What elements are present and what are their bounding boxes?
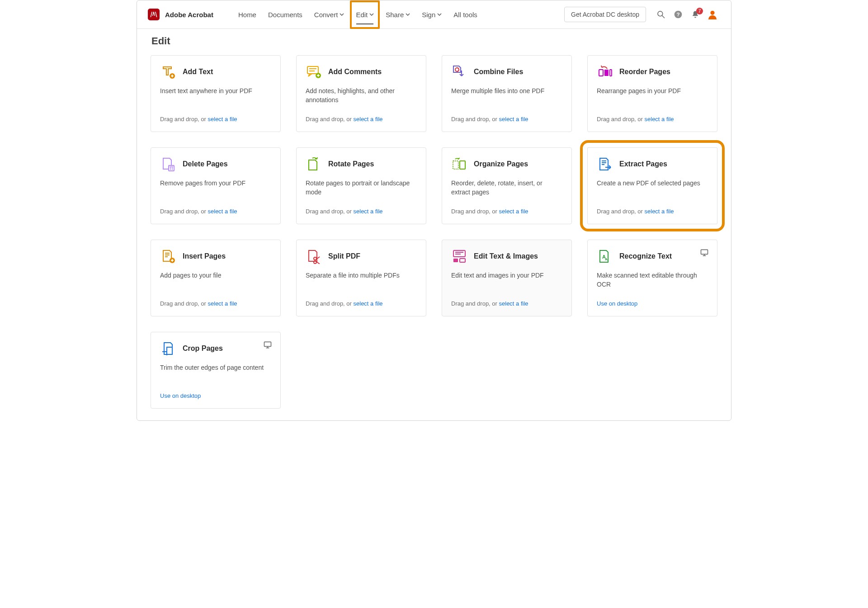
card-foot: Use on desktop	[597, 294, 708, 307]
recognize-text-icon: AA	[597, 248, 613, 264]
svg-rect-21	[701, 250, 708, 254]
card-desc: Remove pages from your PDF	[160, 179, 271, 188]
card-desc: Make scanned text editable through OCR	[597, 271, 708, 289]
split-pdf-icon	[306, 248, 322, 264]
insert-pages-icon	[160, 248, 176, 264]
adobe-logo-icon	[148, 9, 160, 20]
svg-line-1	[662, 16, 665, 18]
card-desc: Edit text and images in your PDF	[451, 271, 562, 280]
desktop-only-icon	[263, 340, 272, 349]
chevron-down-icon	[437, 12, 442, 17]
nav-home[interactable]: Home	[232, 0, 262, 29]
card-title: Recognize Text	[619, 252, 672, 260]
reorder-pages-icon	[597, 64, 613, 80]
tool-grid: Add Text Insert text anywhere in your PD…	[151, 55, 717, 409]
svg-rect-19	[453, 259, 458, 262]
nav-all-tools[interactable]: All tools	[448, 0, 483, 29]
card-foot: Drag and drop, or select a file	[160, 202, 271, 215]
crop-pages-icon	[160, 340, 176, 357]
help-icon[interactable]: ?	[673, 9, 683, 19]
select-file-link[interactable]: select a file	[354, 300, 383, 307]
card-add-text[interactable]: Add Text Insert text anywhere in your PD…	[151, 55, 281, 132]
card-foot: Drag and drop, or select a file	[306, 202, 417, 215]
rotate-pages-icon	[306, 156, 322, 172]
page-body: Edit Add Text Insert text anywhere in yo…	[137, 29, 731, 420]
nav-documents[interactable]: Documents	[262, 0, 308, 29]
notifications-icon[interactable]: 7	[690, 9, 700, 19]
svg-point-4	[710, 11, 714, 15]
select-file-link[interactable]: select a file	[354, 208, 383, 215]
organize-pages-icon	[451, 156, 467, 172]
select-file-link[interactable]: select a file	[499, 300, 528, 307]
svg-rect-12	[169, 165, 174, 171]
card-add-comments[interactable]: Add Comments Add notes, highlights, and …	[296, 55, 426, 132]
select-file-link[interactable]: select a file	[645, 116, 674, 123]
svg-rect-13	[453, 161, 458, 169]
card-edit-text-images[interactable]: Edit Text & Images Edit text and images …	[442, 240, 572, 316]
card-foot: Drag and drop, or select a file	[451, 202, 562, 215]
select-file-link[interactable]: select a file	[499, 208, 528, 215]
card-title: Add Comments	[328, 68, 382, 76]
select-file-link[interactable]: select a file	[499, 116, 528, 123]
card-foot: Drag and drop, or select a file	[597, 202, 708, 215]
select-file-link[interactable]: select a file	[208, 116, 237, 123]
select-file-link[interactable]: select a file	[645, 208, 674, 215]
select-file-link[interactable]: select a file	[208, 208, 237, 215]
card-foot: Drag and drop, or select a file	[451, 294, 562, 307]
card-desc: Rotate pages to portrait or landscape mo…	[306, 179, 417, 197]
nav-convert-label: Convert	[314, 11, 338, 19]
select-file-link[interactable]: select a file	[208, 300, 237, 307]
card-foot: Drag and drop, or select a file	[306, 109, 417, 123]
card-extract-pages[interactable]: Extract Pages Create a new PDF of select…	[587, 147, 717, 224]
svg-rect-6	[307, 66, 318, 74]
profile-avatar[interactable]	[708, 9, 717, 19]
nav-documents-label: Documents	[268, 11, 302, 19]
card-organize-pages[interactable]: Organize Pages Reorder, delete, rotate, …	[442, 147, 572, 224]
use-on-desktop-link[interactable]: Use on desktop	[160, 392, 201, 399]
card-reorder-pages[interactable]: Reorder Pages Rearrange pages in your PD…	[587, 55, 717, 132]
nav-sign[interactable]: Sign	[416, 0, 448, 29]
card-insert-pages[interactable]: Insert Pages Add pages to your file Drag…	[151, 240, 281, 316]
nav-convert[interactable]: Convert	[308, 0, 350, 29]
svg-text:A: A	[605, 257, 608, 261]
desktop-only-icon	[700, 248, 709, 257]
main-nav: Home Documents Convert Edit Share Sign A…	[232, 0, 483, 29]
card-foot: Drag and drop, or select a file	[160, 109, 271, 123]
svg-rect-9	[599, 70, 603, 76]
get-desktop-button[interactable]: Get Acrobat DC desktop	[564, 7, 646, 22]
card-foot: Drag and drop, or select a file	[597, 109, 708, 123]
card-delete-pages[interactable]: Delete Pages Remove pages from your PDF …	[151, 147, 281, 224]
card-rotate-pages[interactable]: Rotate Pages Rotate pages to portrait or…	[296, 147, 426, 224]
page-title: Edit	[151, 35, 717, 47]
nav-sign-label: Sign	[422, 11, 435, 19]
nav-share[interactable]: Share	[380, 0, 416, 29]
svg-text:?: ?	[676, 11, 679, 17]
nav-edit[interactable]: Edit	[350, 0, 380, 29]
combine-files-icon	[451, 64, 467, 80]
card-combine-files[interactable]: Combine Files Merge multiple files into …	[442, 55, 572, 132]
card-desc: Reorder, delete, rotate, insert, or extr…	[451, 179, 562, 197]
nav-share-label: Share	[386, 11, 404, 19]
card-foot: Drag and drop, or select a file	[306, 294, 417, 307]
use-on-desktop-link[interactable]: Use on desktop	[597, 300, 637, 307]
card-desc: Create a new PDF of selected pages	[597, 179, 708, 188]
card-recognize-text[interactable]: AA Recognize Text Make scanned text edit…	[587, 240, 717, 316]
card-title: Edit Text & Images	[474, 252, 538, 260]
card-title: Add Text	[183, 68, 213, 76]
search-icon[interactable]	[656, 9, 666, 19]
svg-rect-24	[264, 342, 271, 346]
card-crop-pages[interactable]: Crop Pages Trim the outer edges of page …	[151, 332, 281, 409]
card-title: Rotate Pages	[328, 160, 374, 168]
card-title: Combine Files	[474, 68, 523, 76]
chevron-down-icon	[406, 12, 410, 17]
svg-rect-20	[460, 259, 465, 262]
card-split-pdf[interactable]: Split PDF Separate a file into multiple …	[296, 240, 426, 316]
card-foot: Drag and drop, or select a file	[160, 294, 271, 307]
card-foot: Use on desktop	[160, 386, 271, 399]
nav-edit-label: Edit	[356, 11, 368, 19]
card-desc: Separate a file into multiple PDFs	[306, 271, 417, 280]
extract-pages-icon	[597, 156, 613, 172]
nav-all-tools-label: All tools	[453, 11, 477, 19]
card-title: Crop Pages	[183, 344, 223, 353]
select-file-link[interactable]: select a file	[354, 116, 383, 123]
